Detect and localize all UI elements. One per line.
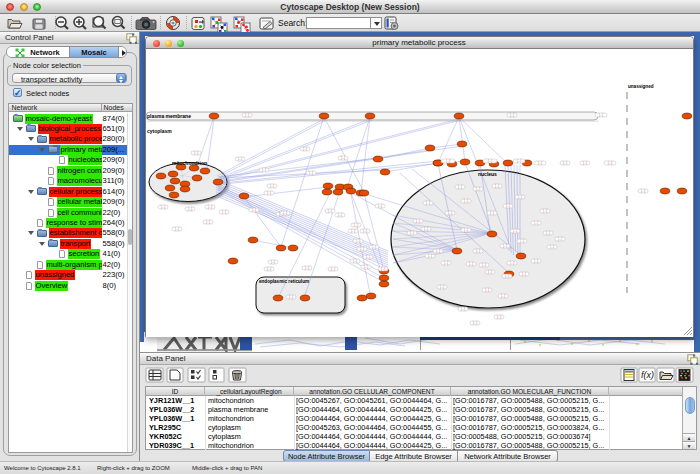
svg-text:[...]: [...] [355,239,359,243]
svg-text:[...]: [...] [350,229,354,233]
svg-text:[...]: [...] [549,245,553,249]
svg-text:[...]: [...] [504,274,508,278]
svg-text:[...]: [...] [463,199,467,203]
svg-text:[...]: [...] [337,213,341,217]
svg-text:[...]: [...] [475,187,479,191]
svg-text:[...]: [...] [435,249,439,253]
svg-text:[...]: [...] [457,185,461,189]
svg-text:[...]: [...] [187,207,191,211]
svg-text:[...]: [...] [512,229,516,233]
svg-text:[...]: [...] [282,211,286,215]
svg-text:[...]: [...] [193,151,197,155]
svg-text:[...]: [...] [244,113,248,117]
svg-text:[...]: [...] [542,209,546,213]
svg-text:[...]: [...] [517,195,521,199]
svg-text:[...]: [...] [521,272,525,276]
svg-text:[...]: [...] [423,227,427,231]
svg-text:[...]: [...] [537,161,541,165]
svg-text:[...]: [...] [598,113,602,117]
svg-text:[...]: [...] [468,262,472,266]
svg-text:[...]: [...] [509,113,513,117]
svg-text:[...]: [...] [377,204,381,208]
svg-text:[...]: [...] [607,161,611,165]
svg-text:[...]: [...] [516,159,520,163]
svg-text:endoplasmic reticulum: endoplasmic reticulum [259,279,309,284]
svg-text:[...]: [...] [487,159,491,163]
svg-text:[...]: [...] [484,288,488,292]
svg-text:[...]: [...] [352,259,356,263]
svg-text:[...]: [...] [327,209,331,213]
svg-text:[...]: [...] [481,263,485,267]
svg-text:[...]: [...] [557,237,561,241]
svg-text:[...]: [...] [308,171,312,175]
svg-text:[...]: [...] [496,315,500,319]
svg-text:[...]: [...] [427,254,431,258]
svg-text:[...]: [...] [160,205,164,209]
svg-text:[...]: [...] [533,221,537,225]
svg-text:[...]: [...] [494,184,498,188]
svg-text:[...]: [...] [237,157,241,161]
svg-text:[...]: [...] [362,229,366,233]
svg-text:[...]: [...] [365,255,369,259]
svg-text:[...]: [...] [509,261,513,265]
svg-text:[...]: [...] [205,220,209,224]
svg-text:[...]: [...] [288,295,292,299]
svg-text:[...]: [...] [500,294,504,298]
svg-text:[...]: [...] [363,265,367,269]
svg-text:[...]: [...] [425,201,429,205]
svg-text:[...]: [...] [460,307,464,311]
svg-text:[...]: [...] [502,244,506,248]
svg-text:[...]: [...] [445,159,449,163]
svg-text:[...]: [...] [640,189,644,193]
svg-text:[...]: [...] [251,208,255,212]
svg-text:[...]: [...] [330,267,334,271]
svg-text:[...]: [...] [545,231,549,235]
svg-text:[...]: [...] [359,247,363,251]
svg-text:[...]: [...] [505,204,509,208]
svg-text:[...]: [...] [519,239,523,243]
svg-text:cytoplasm: cytoplasm [147,128,172,134]
svg-text:[...]: [...] [443,261,447,265]
svg-text:f(x): f(x) [641,370,654,380]
svg-text:nucleus: nucleus [478,171,497,177]
svg-text:[...]: [...] [447,211,451,215]
svg-text:[...]: [...] [489,211,493,215]
svg-text:mitochondrion: mitochondrion [172,160,207,166]
svg-text:[...]: [...] [353,223,357,227]
svg-text:[...]: [...] [174,227,178,231]
svg-text:[...]: [...] [487,270,491,274]
svg-text:plasma membrane: plasma membrane [147,113,191,119]
svg-text:[...]: [...] [463,228,467,232]
svg-text:[...]: [...] [380,267,384,271]
svg-text:unassigned: unassigned [628,84,654,89]
svg-text:[...]: [...] [340,156,344,160]
svg-text:[...]: [...] [439,285,443,289]
svg-text:[...]: [...] [207,205,211,209]
svg-text:[...]: [...] [266,267,270,271]
svg-text:[...]: [...] [269,184,273,188]
svg-text:[...]: [...] [221,210,225,214]
svg-text:[...]: [...] [266,191,270,195]
svg-text:[...]: [...] [415,219,419,223]
svg-text:[...]: [...] [472,321,476,325]
svg-text:[...]: [...] [533,259,537,263]
svg-text:[...]: [...] [409,231,413,235]
svg-text:[...]: [...] [304,266,308,270]
svg-text:[...]: [...] [582,161,586,165]
svg-text:[...]: [...] [475,249,479,253]
svg-text:[...]: [...] [270,260,274,264]
svg-text:[...]: [...] [371,245,375,249]
svg-text:[...]: [...] [562,161,566,165]
svg-text:[...]: [...] [261,168,265,172]
svg-text:[...]: [...] [302,147,306,151]
